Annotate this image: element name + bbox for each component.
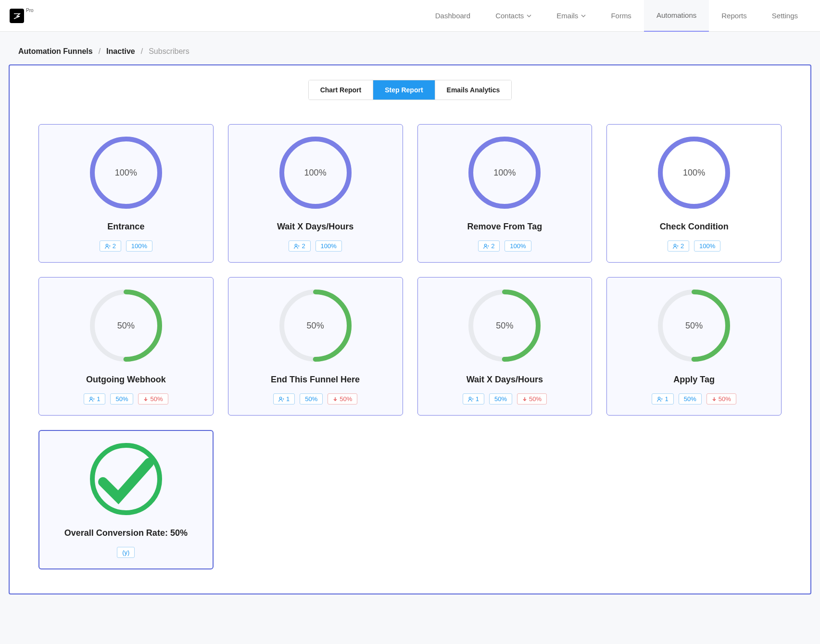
card-title: Wait X Days/Hours [467, 375, 543, 385]
svg-point-17 [279, 397, 282, 399]
svg-point-14 [90, 397, 92, 399]
progress-ring: 50% [656, 287, 732, 364]
person-icon [294, 243, 300, 249]
app-logo[interactable] [10, 9, 24, 23]
progress-ring: 50% [88, 287, 164, 364]
ring-value: 50% [685, 321, 703, 331]
card-badges: 2100% [289, 240, 341, 252]
step-card[interactable]: 50%Wait X Days/Hours150%50% [417, 277, 593, 416]
percent-badge: 100% [126, 240, 152, 252]
chevron-down-icon [527, 13, 531, 18]
logo-icon [13, 12, 21, 20]
breadcrumb-mid[interactable]: Inactive [106, 47, 135, 56]
percent-badge: 100% [315, 240, 342, 252]
tab-chart-report[interactable]: Chart Report [309, 80, 374, 100]
nav-item-settings[interactable]: Settings [759, 0, 810, 32]
people-badge: 2 [478, 240, 500, 252]
card-badges: 150%50% [463, 393, 547, 404]
logo-wrap: Pro [10, 9, 34, 23]
nav-item-dashboard[interactable]: Dashboard [423, 0, 483, 32]
nav-label: Dashboard [435, 12, 470, 20]
ring-value: 100% [683, 168, 705, 178]
ring-value: 50% [117, 321, 135, 331]
step-card[interactable]: 100%Check Condition2100% [606, 124, 782, 263]
progress-ring: 100% [656, 134, 732, 211]
arrow-down-icon [712, 397, 717, 402]
arrow-down-icon [333, 397, 338, 402]
svg-point-5 [295, 244, 298, 246]
percent-badge: 50% [679, 393, 702, 404]
svg-point-20 [469, 397, 471, 399]
ring-value: 100% [304, 168, 327, 178]
breadcrumb-leaf: Subscribers [149, 47, 189, 56]
svg-point-2 [106, 244, 108, 246]
people-badge: 1 [652, 393, 673, 404]
drop-badge: 50% [328, 393, 357, 404]
people-badge: 2 [289, 240, 310, 252]
person-icon [278, 396, 284, 402]
card-title: Outgoing Webhook [86, 375, 166, 385]
card-title: Apply Tag [673, 375, 715, 385]
person-icon [657, 396, 663, 402]
card-badges: 2100% [478, 240, 531, 252]
step-card[interactable]: 100%Wait X Days/Hours2100% [228, 124, 403, 263]
yes-badge: (y) [117, 547, 135, 558]
percent-badge: 100% [505, 240, 531, 252]
nav-item-emails[interactable]: Emails [544, 0, 598, 32]
svg-point-23 [658, 397, 661, 399]
card-badges: 150%50% [84, 393, 168, 404]
people-badge: 1 [84, 393, 105, 404]
arrow-down-icon [143, 397, 148, 402]
progress-ring: 50% [277, 287, 354, 364]
percent-badge: 50% [300, 393, 323, 404]
person-icon [468, 396, 474, 402]
nav-label: Automations [656, 11, 696, 19]
people-badge: 2 [100, 240, 121, 252]
step-card[interactable]: 50%Outgoing Webhook150%50% [38, 277, 214, 416]
arrow-down-icon [522, 397, 527, 402]
ring-value: 100% [115, 168, 137, 178]
progress-ring: 100% [466, 134, 543, 211]
nav-item-automations[interactable]: Automations [644, 0, 709, 32]
people-badge: 1 [463, 393, 484, 404]
percent-badge: 50% [489, 393, 512, 404]
report-panel: Chart ReportStep ReportEmails Analytics … [9, 64, 811, 594]
nav-label: Contacts [495, 12, 524, 20]
step-card[interactable]: 50%Apply Tag150%50% [606, 277, 782, 416]
svg-point-11 [674, 244, 676, 246]
nav-label: Settings [772, 12, 798, 20]
drop-badge: 50% [706, 393, 736, 404]
ring-value: 50% [307, 321, 324, 331]
pro-badge: Pro [26, 8, 34, 13]
step-card[interactable]: 100%Remove From Tag2100% [417, 124, 593, 263]
card-title: Remove From Tag [467, 222, 542, 232]
chevron-down-icon [581, 13, 586, 18]
card-title: Check Condition [660, 222, 729, 232]
overall-conversion-card[interactable]: Overall Conversion Rate: 50%(y) [38, 430, 214, 569]
cards-grid: 100%Entrance2100% 100%Wait X Days/Hours2… [38, 124, 782, 569]
card-badges: 150%50% [273, 393, 357, 404]
main-nav: DashboardContactsEmailsFormsAutomationsR… [423, 0, 810, 32]
progress-ring [88, 441, 164, 518]
tab-step-report[interactable]: Step Report [373, 80, 435, 100]
tab-emails-analytics[interactable]: Emails Analytics [435, 80, 512, 100]
people-badge: 1 [273, 393, 295, 404]
nav-item-reports[interactable]: Reports [709, 0, 759, 32]
card-badges: 2100% [668, 240, 720, 252]
nav-item-forms[interactable]: Forms [598, 0, 644, 32]
nav-item-contacts[interactable]: Contacts [483, 0, 544, 32]
breadcrumb-sep: / [141, 47, 143, 56]
breadcrumb-root[interactable]: Automation Funnels [18, 47, 93, 56]
drop-badge: 50% [517, 393, 547, 404]
breadcrumb: Automation Funnels / Inactive / Subscrib… [9, 40, 811, 64]
percent-badge: 100% [694, 240, 720, 252]
step-card[interactable]: 100%Entrance2100% [38, 124, 214, 263]
person-icon [483, 243, 489, 249]
breadcrumb-sep: / [99, 47, 101, 56]
step-card[interactable]: 50%End This Funnel Here150%50% [228, 277, 403, 416]
progress-ring: 50% [466, 287, 543, 364]
report-tabs: Chart ReportStep ReportEmails Analytics [308, 80, 512, 100]
ring-value: 50% [496, 321, 513, 331]
ring-value: 100% [493, 168, 516, 178]
card-badges: 150%50% [652, 393, 736, 404]
